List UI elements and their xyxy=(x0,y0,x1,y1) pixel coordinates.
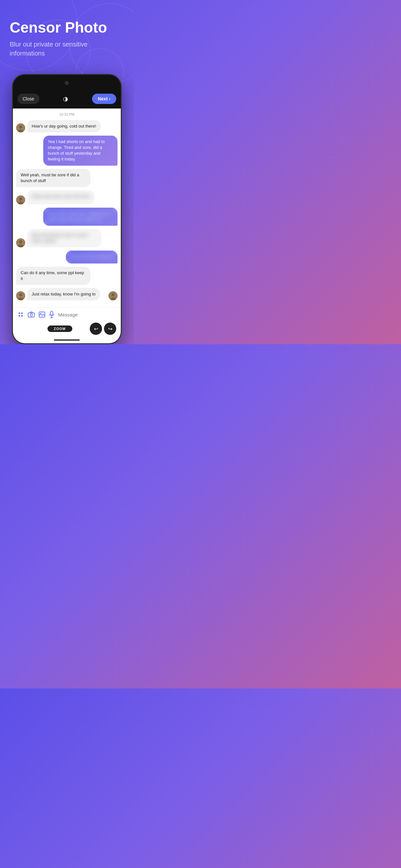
undo-button[interactable]: ↩ xyxy=(90,322,102,335)
avatar xyxy=(16,238,25,247)
dropper-icon[interactable]: ◑ xyxy=(60,94,71,104)
message-input[interactable] xyxy=(58,312,120,317)
message-bubble: Just relax today, know I'm going to xyxy=(27,288,100,300)
next-button[interactable]: Next › xyxy=(92,94,116,104)
close-button[interactable]: Close xyxy=(18,94,39,104)
zoom-pill: ZOOM xyxy=(48,326,72,332)
table-row: I'm on the couch too. Supposed to take d… xyxy=(16,208,118,226)
avatar xyxy=(16,123,25,132)
svg-point-17 xyxy=(19,315,20,317)
table-row: Can do it any time, some ppl keep it xyxy=(16,267,118,285)
svg-rect-23 xyxy=(50,311,53,315)
message-bubble-blurred: Was just going to ask if u got it down, … xyxy=(27,229,101,247)
message-bubble: How's ur day going, cold out there! xyxy=(27,120,101,132)
svg-point-16 xyxy=(21,313,23,314)
camera-icon[interactable] xyxy=(28,312,35,317)
avatar xyxy=(16,195,25,205)
table-row: Yea I had shorts on and had to change. T… xyxy=(16,135,118,166)
chat-timestamp: 10:32 PM xyxy=(16,113,118,116)
table-row: Can do it this weekend xyxy=(16,251,118,264)
table-row: Well yeah, must be sore if did a bunch o… xyxy=(16,169,118,187)
zoom-label: ZOOM xyxy=(48,326,72,332)
undo-redo-group: ↩ ↪ xyxy=(90,322,116,335)
message-bubble: Can do it any time, some ppl keep it xyxy=(16,267,90,285)
header-section: Censor Photo Blur out private or sensiti… xyxy=(0,0,134,67)
svg-point-18 xyxy=(21,315,23,317)
app-toolbar: Close ◑ Next › xyxy=(13,91,121,108)
avatar xyxy=(16,291,25,300)
message-bubble-blurred-sent: I'm on the couch too. Supposed to take d… xyxy=(43,208,118,226)
svg-point-22 xyxy=(40,313,41,314)
svg-point-10 xyxy=(19,293,22,297)
page-title: Censor Photo xyxy=(10,20,124,36)
table-row: Daisy and some more text here xyxy=(16,190,118,205)
phone-camera xyxy=(65,81,69,85)
home-indicator xyxy=(54,339,80,341)
chat-area: 10:32 PM How's ur day going, cold out th… xyxy=(13,108,121,308)
svg-point-4 xyxy=(19,197,22,200)
svg-rect-19 xyxy=(28,313,35,317)
table-row: Was just going to ask if u got it down, … xyxy=(16,229,118,247)
message-bubble-blurred: Daisy and some more text here xyxy=(27,190,95,205)
dots-icon[interactable] xyxy=(18,311,24,318)
table-row: Just relax today, know I'm going to xyxy=(16,288,118,300)
table-row: How's ur day going, cold out there! xyxy=(16,120,118,132)
svg-point-15 xyxy=(19,313,20,314)
phone-container: Close ◑ Next › 10:32 PM xyxy=(0,67,134,345)
zoom-toolbar: ZOOM ↩ ↪ xyxy=(13,321,121,337)
mic-icon[interactable] xyxy=(49,311,54,318)
phone-mockup: Close ◑ Next › 10:32 PM xyxy=(12,74,122,345)
svg-point-20 xyxy=(30,314,33,316)
avatar-right xyxy=(109,291,118,300)
svg-point-13 xyxy=(112,293,115,297)
message-input-bar xyxy=(13,307,121,321)
svg-point-7 xyxy=(19,240,22,244)
page-subtitle: Blur out private or sensitive informatio… xyxy=(10,40,124,58)
message-bubble: Well yeah, must be sore if did a bunch o… xyxy=(16,169,90,187)
redo-button[interactable]: ↪ xyxy=(104,322,116,335)
image-icon[interactable] xyxy=(39,312,45,317)
phone-top-bar xyxy=(13,75,121,91)
message-bubble-blurred-sent: Can do it this weekend xyxy=(66,251,118,264)
message-bubble: Yea I had shorts on and had to change. T… xyxy=(43,135,118,166)
home-indicator-bar xyxy=(13,337,121,343)
svg-point-1 xyxy=(19,125,22,128)
